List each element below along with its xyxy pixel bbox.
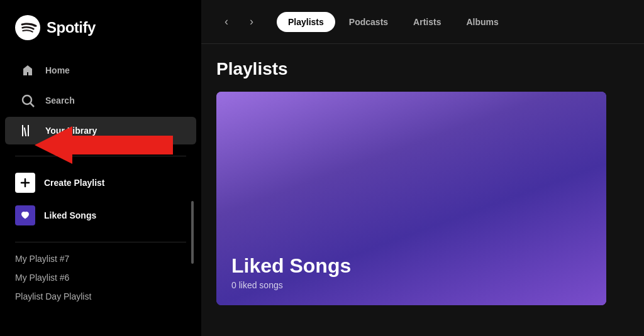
sidebar-nav: Home Search Your Library [0,50,201,151]
library-actions: Create Playlist Liked Songs [0,161,201,237]
sidebar-divider-2 [15,242,186,242]
back-button[interactable]: ‹ [216,12,236,32]
forward-button[interactable]: › [242,12,262,32]
create-playlist-label: Create Playlist [44,178,105,188]
playlist-item-5[interactable]: Playlist Day Playlist [15,288,186,305]
liked-songs-icon-box [15,205,35,225]
svg-rect-5 [28,125,29,136]
playlist-item-7[interactable]: My Playlist #7 [15,250,186,268]
liked-songs-item[interactable]: Liked Songs [0,199,201,232]
tab-albums[interactable]: Albums [455,12,509,32]
section-title: Playlists [216,59,629,79]
sidebar-item-home[interactable]: Home [5,57,196,84]
spotify-wordmark: Spotify [47,19,96,36]
sidebar: Spotify Home Search [0,0,201,336]
liked-songs-card-subtitle: 0 liked songs [231,280,591,290]
tab-podcasts[interactable]: Podcasts [338,12,399,32]
tab-playlists[interactable]: Playlists [277,12,335,32]
svg-line-2 [31,104,35,107]
top-bar: ‹ › Playlists Podcasts Artists Albums [201,0,644,44]
tab-artists[interactable]: Artists [402,12,452,32]
sidebar-item-library-label: Your Library [45,126,97,136]
content-area: Playlists Liked Songs 0 liked songs [201,44,644,336]
playlist-item-6[interactable]: My Playlist #6 [15,269,186,286]
sidebar-item-library[interactable]: Your Library [5,117,196,144]
main-content: ‹ › Playlists Podcasts Artists Albums Pl… [201,0,644,336]
library-icon [20,123,35,138]
nav-arrows: ‹ › [216,12,262,32]
sidebar-logo: Spotify [0,0,201,50]
svg-point-1 [23,95,31,104]
sidebar-divider-1 [15,156,186,156]
liked-songs-card-title: Liked Songs [231,254,591,278]
sidebar-item-search-label: Search [45,95,75,106]
liked-songs-card[interactable]: Liked Songs 0 liked songs [216,92,606,305]
liked-songs-sidebar-label: Liked Songs [44,210,96,220]
create-playlist-icon-box [15,173,35,193]
tab-buttons: Playlists Podcasts Artists Albums [277,12,510,32]
playlist-list: My Playlist #7 My Playlist #6 Playlist D… [0,247,201,308]
search-icon [20,93,35,108]
sidebar-scrollbar[interactable] [191,201,194,264]
home-icon [20,63,35,78]
svg-rect-4 [24,127,26,136]
sidebar-item-search[interactable]: Search [5,87,196,114]
spotify-icon [15,15,40,40]
svg-rect-3 [22,125,23,136]
create-playlist-item[interactable]: Create Playlist [0,166,201,199]
sidebar-item-home-label: Home [45,65,70,75]
